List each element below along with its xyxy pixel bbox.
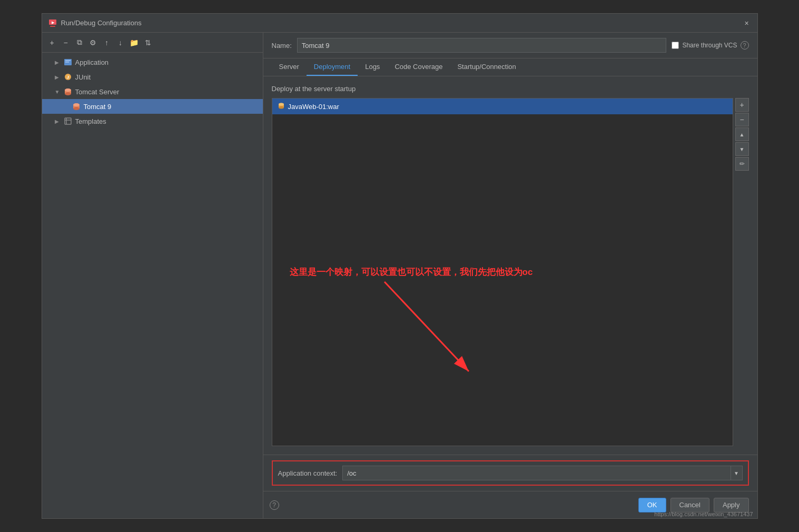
share-help-icon[interactable]: ? (741, 41, 749, 50)
apply-button[interactable]: Apply (714, 498, 749, 513)
svg-point-21 (279, 106, 284, 109)
add-config-button[interactable]: + (46, 37, 58, 48)
remove-deploy-button[interactable]: − (735, 113, 749, 126)
deploy-item-icon (278, 102, 285, 111)
bottom-section: Application context: ▼ (263, 455, 757, 491)
sidebar-item-tomcat9-label: Tomcat 9 (84, 103, 112, 111)
left-panel: + − ⧉ ⚙ ↑ ↓ 📁 ⇅ ▶ (42, 33, 263, 518)
context-input-wrap: ▼ (342, 466, 742, 480)
name-row: Name: Share through VCS ? (263, 33, 757, 58)
arrow-icon: ▶ (55, 60, 63, 65)
svg-text:J: J (66, 75, 68, 80)
tab-startup[interactable]: Startup/Connection (450, 58, 523, 76)
sidebar-item-tomcat-server[interactable]: ▼ Tomcat Server (42, 84, 263, 99)
context-label: Application context: (278, 469, 338, 477)
context-dropdown-button[interactable]: ▼ (731, 466, 742, 480)
tomcat9-icon (72, 102, 81, 111)
bottom-bar: ? OK Cancel Apply https://blog.csdn.net/… (263, 491, 757, 518)
tab-code-coverage[interactable]: Code Coverage (387, 58, 450, 76)
share-label: Share through VCS (682, 42, 737, 49)
context-row: Application context: ▼ (272, 460, 749, 486)
right-panel: Name: Share through VCS ? Server Deploym… (263, 33, 757, 518)
tab-logs[interactable]: Logs (358, 58, 387, 76)
tabs-bar: Server Deployment Logs Code Coverage Sta… (263, 58, 757, 76)
sidebar-item-application[interactable]: ▶ Application (42, 55, 263, 70)
name-label: Name: (272, 42, 292, 50)
arrow-icon: ▶ (55, 119, 63, 124)
tomcat-server-icon (63, 87, 73, 96)
svg-point-14 (73, 107, 80, 110)
svg-point-22 (279, 103, 284, 105)
main-content: + − ⧉ ⚙ ↑ ↓ 📁 ⇅ ▶ (42, 33, 757, 518)
sidebar-item-junit[interactable]: ▶ J JUnit (42, 70, 263, 84)
deploy-section-title: Deploy at the server startup (272, 85, 749, 93)
svg-point-10 (65, 92, 71, 95)
toolbar: + − ⧉ ⚙ ↑ ↓ 📁 ⇅ (42, 33, 263, 53)
edit-deploy-button[interactable]: ✏ (735, 157, 749, 171)
move-down-button[interactable]: ↓ (115, 37, 126, 48)
sidebar-item-tomcat9[interactable]: ▶ Tomcat 9 (42, 99, 263, 114)
arrow-icon: ▼ (55, 89, 63, 95)
share-area: Share through VCS ? (672, 41, 748, 50)
folder-button[interactable]: 📁 (129, 37, 140, 48)
title-bar: ▶ Run/Debug Configurations × (42, 14, 757, 33)
remove-config-button[interactable]: − (60, 37, 72, 48)
sidebar-item-templates[interactable]: ▶ Templates (42, 114, 263, 129)
watermark: https://blog.csdn.net/weixin_43671437 (654, 511, 753, 517)
arrow-icon: ▶ (55, 74, 63, 80)
move-up-deploy-button[interactable]: ▲ (735, 127, 749, 141)
copy-config-button[interactable]: ⧉ (74, 37, 85, 48)
context-input[interactable] (343, 469, 730, 477)
dialog-title: Run/Debug Configurations (61, 19, 743, 27)
svg-point-11 (65, 88, 71, 92)
svg-rect-1 (50, 26, 55, 27)
settings-config-button[interactable]: ⚙ (87, 37, 99, 48)
bottom-bar-left: ? (270, 500, 279, 510)
run-debug-dialog: ▶ Run/Debug Configurations × + − ⧉ ⚙ ↑ ↓… (42, 13, 758, 519)
config-tree: ▶ Application ▶ (42, 53, 263, 518)
sidebar-item-templates-label: Templates (75, 117, 106, 125)
templates-icon (63, 116, 73, 126)
deploy-item-label: JavaWeb-01:war (288, 103, 339, 111)
junit-icon: J (63, 72, 73, 82)
config-content: Deploy at the server startup (263, 76, 757, 455)
share-checkbox[interactable] (672, 42, 679, 49)
list-side-buttons: + − ▲ ▼ ✏ (735, 98, 749, 446)
move-down-deploy-button[interactable]: ▼ (735, 142, 749, 156)
cancel-button[interactable]: Cancel (670, 498, 709, 513)
svg-point-15 (73, 103, 80, 106)
svg-rect-16 (65, 118, 71, 124)
add-deploy-button[interactable]: + (735, 98, 749, 112)
sort-button[interactable]: ⇅ (142, 37, 154, 48)
deploy-list: JavaWeb-01:war (272, 98, 733, 446)
name-input[interactable] (297, 38, 667, 53)
sidebar-item-application-label: Application (75, 58, 109, 66)
tab-server[interactable]: Server (272, 58, 307, 76)
deploy-list-area: JavaWeb-01:war + − ▲ ▼ ✏ (272, 98, 749, 446)
move-up-button[interactable]: ↑ (101, 37, 113, 48)
help-button[interactable]: ? (270, 500, 279, 510)
deploy-item-javaweb01[interactable]: JavaWeb-01:war (272, 98, 733, 114)
dialog-icon: ▶ (48, 19, 57, 27)
close-button[interactable]: × (743, 19, 751, 27)
application-icon (63, 57, 73, 67)
sidebar-item-tomcat-server-label: Tomcat Server (75, 88, 120, 96)
svg-rect-4 (65, 60, 71, 61)
svg-rect-5 (65, 62, 69, 63)
tab-deployment[interactable]: Deployment (307, 58, 358, 76)
ok-button[interactable]: OK (638, 498, 666, 513)
sidebar-item-junit-label: JUnit (75, 73, 91, 81)
